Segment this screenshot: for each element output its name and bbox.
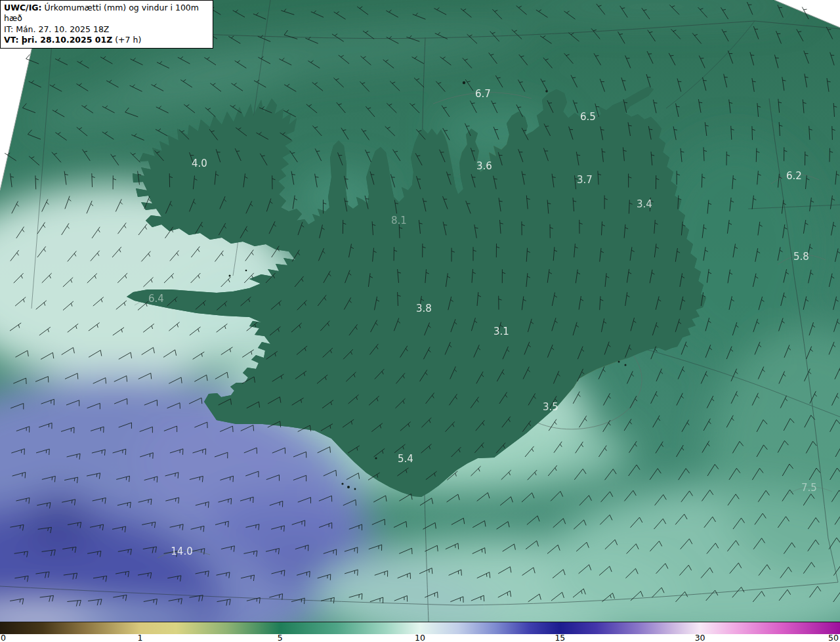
contour-label: 5.8 (793, 251, 809, 263)
contour-label: 3.8 (416, 303, 432, 314)
valid-time: VT: þri. 28.10.2025 01Z (4, 35, 112, 45)
colorbar-tick: 50 (828, 633, 839, 642)
weather-map-frame: 6.76.54.03.63.73.46.25.86.48.13.83.13.55… (0, 0, 840, 642)
contour-label: 5.4 (398, 453, 413, 465)
map-canvas: 6.76.54.03.63.73.46.25.86.48.13.83.13.55… (0, 0, 840, 622)
colorbar-tick: 1 (137, 633, 142, 642)
contour-label: 3.7 (577, 174, 593, 186)
contour-label: 3.1 (494, 326, 509, 337)
contour-label: 4.0 (192, 158, 207, 169)
colorbar-tick: 15 (555, 633, 565, 642)
colorbar-tick: 30 (695, 633, 705, 642)
contour-label: 3.4 (637, 198, 652, 210)
contour-label: 3.6 (476, 160, 492, 172)
contour-label: 3.5 (543, 401, 558, 413)
title-line-valid: VT: þri. 28.10.2025 01Z (+7 h) (4, 35, 209, 45)
contour-label: 6.2 (786, 170, 802, 182)
contour-label: 14.0 (171, 546, 192, 557)
contour-label: 6.5 (580, 111, 596, 123)
contour-label: 8.1 (391, 215, 407, 226)
title-line-init: IT: Mán. 27. 10. 2025 18Z (4, 24, 209, 35)
colorbar-tick-labels: 01510153050 (0, 634, 840, 642)
contour-label: 6.7 (475, 88, 491, 100)
model-name: UWC/IG: (4, 3, 42, 12)
contour-label: 6.4 (148, 293, 164, 305)
colorbar-tick: 5 (278, 633, 283, 642)
colorbar-tick: 10 (415, 633, 425, 642)
init-time: IT: Mán. 27. 10. 2025 18Z (4, 24, 109, 34)
contour-label: 7.5 (801, 482, 817, 494)
colorbar-tick: 0 (1, 633, 6, 642)
lead-time: (+7 h) (112, 35, 141, 45)
title-box: UWC/IG: Úrkomumætti (mm) og vindur i 100… (0, 0, 213, 49)
title-line-model: UWC/IG: Úrkomumætti (mm) og vindur i 100… (4, 3, 209, 24)
